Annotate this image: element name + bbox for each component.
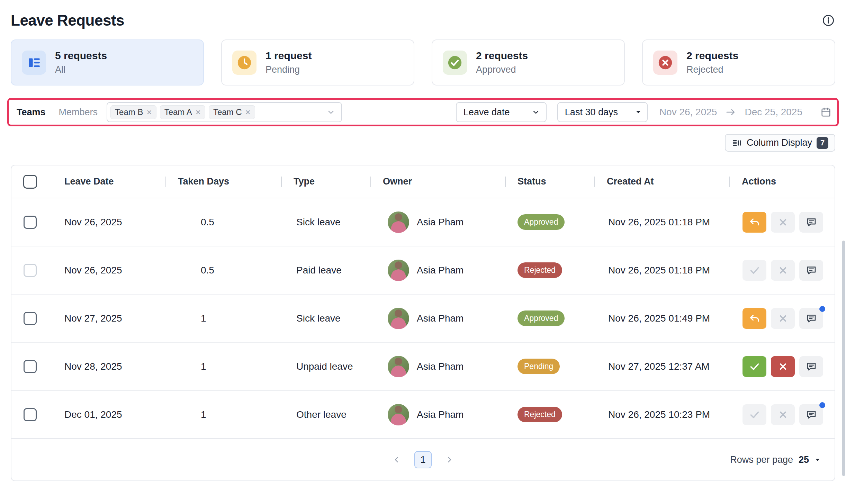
summary-card-all[interactable]: 5 requests All (11, 39, 204, 86)
scrollbar[interactable] (842, 241, 845, 476)
date-field-select[interactable]: Leave date (456, 102, 547, 122)
calendar-icon[interactable] (820, 107, 831, 118)
remove-tag-icon[interactable]: × (245, 108, 251, 117)
team-tag-label: Team B (115, 107, 143, 117)
cell-created-at: Nov 27, 2025 12:37 AM (594, 361, 729, 372)
dismiss-button[interactable] (771, 260, 795, 281)
page-number-button[interactable]: 1 (414, 451, 432, 468)
rows-per-page[interactable]: Rows per page 25 (730, 454, 821, 465)
page-header: Leave Requests (11, 9, 835, 32)
summary-card-rejected[interactable]: 2 requests Rejected (642, 39, 835, 86)
start-date[interactable]: Nov 26, 2025 (659, 107, 717, 118)
list-icon (22, 51, 46, 75)
comment-button[interactable] (799, 356, 823, 377)
check-circle-icon (443, 51, 467, 75)
cell-taken-days: 1 (165, 361, 281, 372)
cell-taken-days: 1 (165, 313, 281, 324)
dismiss-button[interactable] (771, 308, 795, 329)
table-row: Nov 27, 2025 1 Sick leave Asia Pham Appr… (11, 294, 835, 342)
cell-taken-days: 1 (165, 409, 281, 420)
comment-button[interactable] (799, 212, 823, 233)
approve-button-inactive[interactable] (742, 404, 766, 425)
remove-tag-icon[interactable]: × (146, 108, 152, 117)
column-header-leave[interactable]: Leave Date (49, 165, 165, 198)
prev-page-button[interactable] (388, 451, 405, 468)
cell-owner: Asia Pham (370, 212, 505, 233)
header-checkbox-cell (11, 165, 49, 198)
dismiss-button[interactable] (771, 404, 795, 425)
comment-button[interactable] (799, 260, 823, 281)
team-tag[interactable]: Team A × (160, 105, 205, 119)
column-header-taken[interactable]: Taken Days (165, 165, 281, 198)
tab-teams[interactable]: Teams (17, 107, 46, 118)
owner-name: Asia Pham (417, 265, 464, 276)
column-header-status[interactable]: Status (505, 165, 594, 198)
reject-button[interactable] (771, 356, 795, 377)
dismiss-button[interactable] (771, 212, 795, 233)
info-icon[interactable] (821, 14, 835, 27)
summary-card-pending[interactable]: 1 request Pending (221, 39, 414, 86)
approve-button[interactable] (742, 356, 766, 377)
card-label: Approved (476, 64, 528, 75)
rows-per-page-value: 25 (799, 454, 809, 465)
teams-multiselect[interactable]: Team B × Team A × Team C × (107, 102, 342, 122)
caret-down-icon (635, 109, 641, 115)
cell-owner: Asia Pham (370, 260, 505, 281)
row-checkbox[interactable] (24, 264, 37, 277)
remove-tag-icon[interactable]: × (196, 108, 201, 117)
status-badge: Pending (518, 359, 560, 374)
row-checkbox[interactable] (24, 408, 37, 421)
cell-leave-date: Nov 26, 2025 (49, 217, 165, 228)
caret-down-icon (814, 457, 821, 463)
avatar (388, 308, 409, 329)
leave-requests-page: Leave Requests 5 requests All 1 request … (0, 0, 846, 481)
approve-button-inactive[interactable] (742, 260, 766, 281)
team-tag[interactable]: Team C × (209, 105, 255, 119)
team-tag[interactable]: Team B × (110, 105, 156, 119)
table-header: Leave Date Taken Days Type Owner Status … (11, 165, 835, 198)
undo-approval-button[interactable] (742, 308, 766, 329)
cell-type: Paid leave (281, 265, 370, 276)
cell-status: Rejected (505, 407, 594, 422)
cell-type: Sick leave (281, 217, 370, 228)
team-tag-label: Team C (213, 107, 242, 117)
column-header-actions[interactable]: Actions (729, 165, 835, 198)
end-date[interactable]: Dec 25, 2025 (745, 107, 802, 118)
row-checkbox[interactable] (24, 360, 37, 373)
table-row: Dec 01, 2025 1 Other leave Asia Pham Rej… (11, 390, 835, 438)
clock-icon (232, 51, 256, 75)
card-text: 2 requests Rejected (686, 50, 738, 75)
table-row: Nov 26, 2025 0.5 Paid leave Asia Pham Re… (11, 246, 835, 294)
date-range-preset-select[interactable]: Last 30 days (557, 102, 648, 122)
cell-created-at: Nov 26, 2025 01:18 PM (594, 217, 729, 228)
column-header-type[interactable]: Type (281, 165, 370, 198)
cell-owner: Asia Pham (370, 356, 505, 377)
cell-status: Approved (505, 310, 594, 326)
cell-created-at: Nov 26, 2025 10:23 PM (594, 409, 729, 420)
card-text: 5 requests All (55, 50, 107, 75)
cell-status: Rejected (505, 262, 594, 278)
row-checkbox[interactable] (24, 312, 37, 325)
cell-created-at: Nov 26, 2025 01:18 PM (594, 265, 729, 276)
card-count: 5 requests (55, 50, 107, 62)
next-page-button[interactable] (441, 451, 458, 468)
card-label: Pending (266, 64, 312, 75)
column-display-button[interactable]: Column Display 7 (725, 134, 835, 152)
column-header-created[interactable]: Created At (594, 165, 729, 198)
cell-leave-date: Nov 27, 2025 (49, 313, 165, 324)
date-range[interactable]: Nov 26, 2025 Dec 25, 2025 (659, 107, 833, 118)
row-checkbox[interactable] (24, 216, 37, 229)
tab-members[interactable]: Members (59, 107, 98, 118)
summary-cards: 5 requests All 1 request Pending 2 reque… (11, 39, 835, 86)
comment-button[interactable] (799, 308, 823, 329)
table-toolbar: Column Display 7 (11, 134, 835, 152)
status-badge: Approved (518, 214, 565, 230)
undo-approval-button[interactable] (742, 212, 766, 233)
summary-card-approved[interactable]: 2 requests Approved (432, 39, 625, 86)
select-all-checkbox[interactable] (23, 175, 37, 189)
comment-button[interactable] (799, 404, 823, 425)
column-header-owner[interactable]: Owner (370, 165, 505, 198)
chevron-down-icon[interactable] (326, 107, 336, 117)
cell-owner: Asia Pham (370, 308, 505, 329)
cell-leave-date: Nov 28, 2025 (49, 361, 165, 372)
